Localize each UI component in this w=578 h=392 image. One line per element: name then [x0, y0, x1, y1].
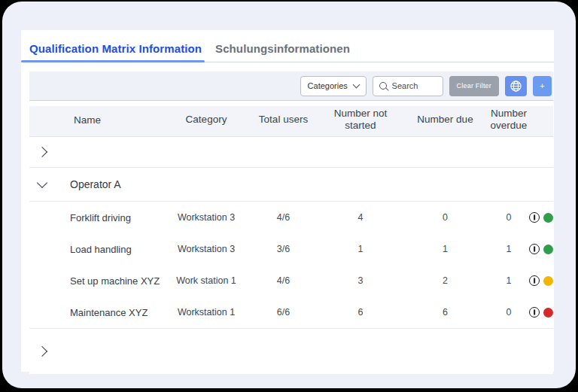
- total-users-value: 4/6: [248, 212, 319, 223]
- table-header-row: Name Category Total users Number not sta…: [29, 106, 553, 137]
- categories-select[interactable]: Categories: [300, 76, 367, 96]
- number-due-value: 1: [402, 244, 488, 254]
- table-row: Forklift driving Workstation 3 4/6 4 0 0: [29, 202, 553, 233]
- toolbar-header-gap: [29, 101, 553, 106]
- tab-schulungsinformationen[interactable]: Schulungsinformationen: [215, 42, 350, 62]
- number-not-started-value: 6: [319, 307, 402, 318]
- app-card: Qualification Matrix Information Schulun…: [2, 2, 576, 388]
- qualification-name: Set up machine XYZ: [70, 275, 165, 287]
- number-due-value: 0: [402, 212, 488, 223]
- info-icon[interactable]: [529, 307, 540, 318]
- status-dot: [543, 245, 553, 254]
- table-row-group[interactable]: Operator A: [29, 168, 553, 202]
- header-number-overdue: Number overdue: [488, 108, 529, 132]
- categories-select-label: Categories: [308, 81, 348, 90]
- header-number-due: Number due: [402, 114, 488, 126]
- number-overdue-value: 1: [488, 244, 529, 254]
- search-box[interactable]: [373, 76, 443, 96]
- qualification-name: Load handling: [70, 244, 165, 255]
- tab-qualification-matrix[interactable]: Qualification Matrix Information: [29, 42, 202, 62]
- header-name: Name: [29, 114, 165, 126]
- qualification-name: Maintenance XYZ: [70, 307, 165, 318]
- number-due-value: 2: [402, 275, 488, 286]
- number-overdue-value: 0: [488, 212, 529, 223]
- total-users-value: 4/6: [248, 275, 319, 286]
- qualification-table: Categories Clear Filter + Name C: [29, 71, 553, 374]
- number-not-started-value: 1: [319, 244, 402, 254]
- add-button[interactable]: +: [533, 76, 552, 96]
- number-not-started-value: 4: [319, 212, 402, 223]
- chevron-right-icon: [37, 147, 47, 157]
- number-due-value: 6: [402, 307, 488, 318]
- content-panel: Qualification Matrix Information Schulun…: [21, 30, 554, 372]
- table-row-collapsed[interactable]: [29, 137, 553, 168]
- table-row: Set up machine XYZ Work station 1 4/6 3 …: [29, 265, 553, 296]
- globe-button[interactable]: [505, 76, 527, 96]
- number-not-started-value: 3: [319, 275, 402, 286]
- table-row: Maintenance XYZ Workstation 1 6/6 6 6 0: [29, 296, 553, 329]
- group-name: Operator A: [70, 178, 165, 190]
- header-total-users: Total users: [248, 114, 319, 126]
- globe-icon: [510, 80, 522, 93]
- total-users-value: 6/6: [248, 307, 319, 318]
- chevron-down-icon: [37, 178, 47, 188]
- qualification-name: Forklift driving: [70, 212, 165, 223]
- status-dot: [543, 276, 553, 286]
- info-icon[interactable]: [529, 212, 540, 223]
- category-value: Workstation 3: [165, 244, 248, 254]
- search-input[interactable]: [392, 81, 431, 90]
- category-value: Workstation 1: [165, 307, 248, 318]
- number-overdue-value: 0: [488, 307, 529, 318]
- status-dot: [543, 308, 553, 318]
- header-category: Category: [165, 114, 248, 126]
- search-icon: [379, 82, 387, 90]
- table-toolbar: Categories Clear Filter +: [29, 71, 553, 101]
- expand-row-button[interactable]: [29, 148, 70, 156]
- info-icon[interactable]: [529, 275, 540, 286]
- chevron-down-icon: [352, 81, 360, 89]
- info-icon[interactable]: [529, 244, 540, 254]
- tabs-bar: Qualification Matrix Information Schulun…: [21, 30, 554, 62]
- status-dot: [543, 213, 553, 223]
- clear-filter-button[interactable]: Clear Filter: [449, 76, 499, 96]
- total-users-value: 3/6: [248, 244, 319, 254]
- category-value: Workstation 3: [165, 212, 248, 223]
- number-overdue-value: 1: [488, 275, 529, 286]
- category-value: Work station 1: [165, 275, 248, 286]
- expand-row-button[interactable]: [29, 348, 70, 355]
- collapse-row-button[interactable]: [29, 182, 70, 187]
- table-row-collapsed[interactable]: [29, 329, 553, 374]
- chevron-right-icon: [37, 346, 47, 357]
- table-row: Load handling Workstation 3 3/6 1 1 1: [29, 233, 553, 265]
- header-number-not-started: Number not started: [319, 108, 402, 132]
